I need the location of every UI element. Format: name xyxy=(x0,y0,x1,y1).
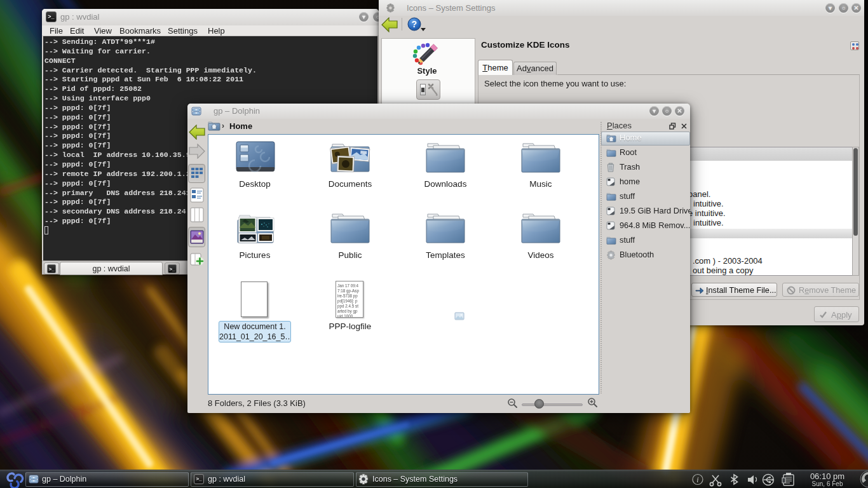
svg-text:i: i xyxy=(696,475,698,484)
svg-text:?: ? xyxy=(412,19,417,29)
